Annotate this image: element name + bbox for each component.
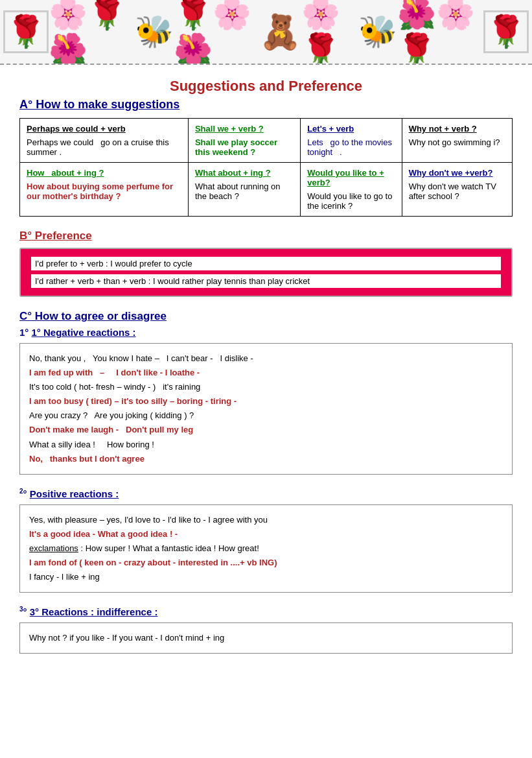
neg-line-5: Are you crazy ? Are you joking ( kidding… bbox=[29, 409, 503, 423]
pos-line-4: I am fond of ( keen on - crazy about - i… bbox=[29, 556, 503, 570]
flower-icon-6: 🌹 bbox=[483, 10, 529, 53]
col-header-lets: Let's + verb bbox=[307, 124, 395, 134]
subsection-indifference-heading: 3° 3° Reactions : indifference : bbox=[19, 606, 513, 617]
col-header-wouldyou: Would you like to + verb? bbox=[307, 168, 395, 187]
example-whynot: Why not go swimming i? bbox=[409, 137, 500, 147]
col-header-whydont: Why don't we +verb? bbox=[409, 168, 505, 178]
col-header-whatabout: What about + ing ? bbox=[195, 168, 294, 178]
table-cell-whydont: Why don't we +verb? Why don't we watch T… bbox=[402, 163, 512, 217]
example-perhaps: Perhaps we could go on a cruise this sum… bbox=[27, 137, 169, 157]
col-header-howabout: How about + ing ? bbox=[27, 168, 181, 178]
subsection-positive-heading: 2° Positive reactions : bbox=[19, 488, 513, 499]
pos-line-3: exclamations : How super ! What a fantas… bbox=[29, 541, 503, 556]
indifference-box: Why not ? if you like - If you want - I … bbox=[19, 622, 513, 654]
neg-line-2: I am fed up with – I don't like - I loat… bbox=[29, 366, 503, 380]
subsection-num-1: 1° bbox=[19, 327, 32, 338]
example-lets: Lets go to the movies tonight . bbox=[307, 137, 392, 157]
negative-reactions-label: 1° Negative reactions : bbox=[32, 327, 136, 338]
preference-box: I'd prefer to + verb : I would prefer to… bbox=[19, 248, 513, 297]
flower-icon-2: 🌸🌹🌺 bbox=[49, 0, 135, 65]
positive-reactions-label: Positive reactions : bbox=[30, 488, 119, 499]
subsection-num-2b: ° bbox=[23, 488, 30, 499]
suggestions-table: Perhaps we could + verb Perhaps we could… bbox=[19, 118, 513, 217]
indifference-line: Why not ? if you like - If you want - I … bbox=[29, 631, 503, 645]
preference-line1: I'd prefer to + verb : I would prefer to… bbox=[31, 257, 501, 270]
example-whydont: Why don't we watch TV after school ? bbox=[409, 182, 496, 201]
neg-line-4: I am too busy ( tired) – it's too silly … bbox=[29, 394, 503, 409]
col-header-shall: Shall we + verb ? bbox=[195, 124, 294, 134]
section-a-heading: A° How to make suggestions bbox=[19, 98, 513, 112]
table-cell-whynot: Why not + verb ? Why not go swimming i? bbox=[402, 119, 512, 163]
subsection-negative-heading: 1° 1° Negative reactions : bbox=[19, 327, 513, 338]
col-header-whynot: Why not + verb ? bbox=[409, 124, 505, 134]
neg-line-7: What a silly idea ! How boring ! bbox=[29, 438, 503, 452]
flower-icon-5: 🌺🌸🌹 bbox=[397, 0, 483, 65]
section-b-heading: B° Preference bbox=[19, 230, 513, 243]
neg-line-1: No, thank you , You know I hate – I can'… bbox=[29, 351, 503, 366]
negative-reactions-box: No, thank you , You know I hate – I can'… bbox=[19, 343, 513, 475]
example-wouldyou: Would you like to go to the icerink ? bbox=[307, 191, 392, 211]
bear-icon: 🧸 bbox=[259, 12, 301, 52]
col-header-perhaps: Perhaps we could + verb bbox=[27, 124, 181, 134]
flower-icon-1: 🌹 bbox=[3, 10, 49, 53]
pos-line-2: It's a good idea - What a good idea ! - bbox=[29, 527, 503, 541]
table-cell-shall: Shall we + verb ? Shall we play soccer t… bbox=[188, 119, 300, 163]
pos-line-1: Yes, with pleasure – yes, I'd love to - … bbox=[29, 513, 503, 527]
main-content: Suggestions and Preference A° How to mak… bbox=[0, 65, 532, 680]
header-banner: 🌹 🌸🌹🌺 🐝 🌹🌸🌺 🧸 🌸🌹 🐝 🌺🌸🌹 🌹 bbox=[0, 0, 532, 65]
example-shall: Shall we play soccer this weekend ? bbox=[195, 137, 277, 157]
flower-icon-3: 🌹🌸🌺 bbox=[174, 0, 260, 65]
table-cell-howabout: How about + ing ? How about buying some … bbox=[20, 163, 189, 217]
example-whatabout: What about running on the beach ? bbox=[195, 182, 281, 201]
main-title: Suggestions and Preference bbox=[19, 78, 513, 95]
positive-reactions-box: Yes, with pleasure – yes, I'd love to - … bbox=[19, 504, 513, 593]
neg-line-8: No, thanks but I don't agree bbox=[29, 452, 503, 466]
bee-icon: 🐝 bbox=[135, 14, 174, 50]
section-c-heading: C° How to agree or disagree bbox=[19, 310, 513, 323]
table-cell-whatabout: What about + ing ? What about running on… bbox=[188, 163, 300, 217]
table-cell-wouldyou: Would you like to + verb? Would you like… bbox=[301, 163, 402, 217]
example-howabout: How about buying some perfume for our mo… bbox=[27, 182, 173, 201]
subsection-num-3b: ° bbox=[23, 606, 30, 617]
neg-line-3: It's too cold ( hot- fresh – windy - ) i… bbox=[29, 380, 503, 394]
neg-line-6: Don't make me laugh - Don't pull my leg bbox=[29, 423, 503, 437]
bee-icon-2: 🐝 bbox=[358, 14, 397, 50]
table-cell-perhaps: Perhaps we could + verb Perhaps we could… bbox=[20, 119, 189, 163]
flower-icon-4: 🌸🌹 bbox=[301, 0, 358, 65]
exclamations-label: exclamations bbox=[29, 543, 78, 553]
indifference-label: 3° Reactions : indifference : bbox=[30, 606, 158, 617]
table-cell-lets: Let's + verb Lets go to the movies tonig… bbox=[301, 119, 402, 163]
pos-line-5: I fancy - I like + ing bbox=[29, 570, 503, 584]
preference-line2: I'd rather + verb + than + verb : I woul… bbox=[31, 274, 501, 288]
